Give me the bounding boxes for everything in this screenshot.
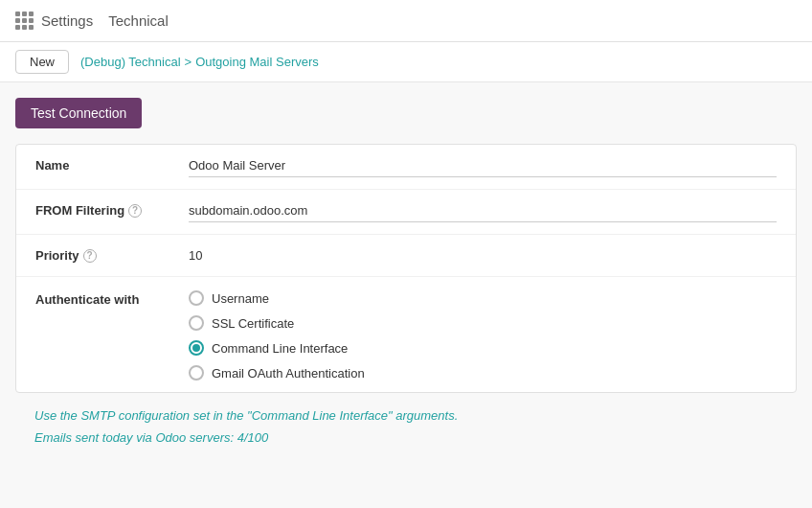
test-connection-button[interactable]: Test Connection bbox=[15, 98, 142, 128]
from-filtering-row: FROM Filtering ? subdomain.odoo.com bbox=[16, 190, 796, 235]
auth-ssl-label: SSL Certificate bbox=[212, 316, 294, 331]
priority-row: Priority ? 10 bbox=[16, 235, 796, 277]
technical-nav-item[interactable]: Technical bbox=[108, 12, 169, 29]
auth-option-ssl[interactable]: SSL Certificate bbox=[189, 315, 777, 331]
priority-value: 10 bbox=[189, 246, 777, 263]
name-value: Odoo Mail Server bbox=[189, 156, 777, 177]
new-button[interactable]: New bbox=[15, 50, 69, 74]
breadcrumb-debug[interactable]: (Debug) Technical bbox=[80, 55, 181, 69]
auth-radio-group: Username SSL Certificate Command Line In… bbox=[189, 290, 777, 381]
info-section: Use the SMTP configuration set in the "C… bbox=[15, 393, 797, 460]
sub-nav: New (Debug) Technical > Outgoing Mail Se… bbox=[0, 42, 812, 82]
authenticate-label: Authenticate with bbox=[35, 290, 189, 307]
email-quota: Emails sent today via Odoo servers: 4/10… bbox=[34, 430, 778, 445]
radio-username[interactable] bbox=[189, 290, 204, 306]
auth-cli-label: Command Line Interface bbox=[212, 341, 348, 356]
from-filtering-value: subdomain.odoo.com bbox=[189, 201, 777, 222]
authenticate-row: Authenticate with Username SSL Certifica… bbox=[16, 277, 796, 392]
priority-help-icon[interactable]: ? bbox=[83, 249, 97, 263]
radio-ssl[interactable] bbox=[189, 315, 204, 331]
from-filtering-label: FROM Filtering ? bbox=[35, 201, 189, 218]
priority-label: Priority ? bbox=[35, 246, 189, 263]
form-card: Name Odoo Mail Server FROM Filtering ? s… bbox=[15, 144, 797, 393]
radio-gmail[interactable] bbox=[189, 365, 204, 381]
settings-nav-item[interactable]: Settings bbox=[41, 12, 93, 29]
main-content: Test Connection Name Odoo Mail Server FR… bbox=[0, 82, 812, 475]
name-label: Name bbox=[35, 156, 189, 173]
radio-cli[interactable] bbox=[189, 340, 204, 356]
auth-username-label: Username bbox=[212, 291, 269, 306]
top-bar: Settings Technical bbox=[0, 0, 812, 42]
breadcrumb: (Debug) Technical > Outgoing Mail Server… bbox=[80, 55, 319, 69]
auth-option-gmail[interactable]: Gmail OAuth Authentication bbox=[189, 365, 777, 381]
auth-gmail-label: Gmail OAuth Authentication bbox=[212, 366, 365, 381]
from-filtering-help-icon[interactable]: ? bbox=[128, 204, 142, 218]
apps-icon[interactable] bbox=[15, 12, 34, 30]
breadcrumb-current: Outgoing Mail Servers bbox=[195, 55, 319, 69]
auth-option-username[interactable]: Username bbox=[189, 290, 777, 306]
name-row: Name Odoo Mail Server bbox=[16, 145, 796, 190]
smtp-note: Use the SMTP configuration set in the "C… bbox=[34, 408, 778, 423]
breadcrumb-separator: > bbox=[185, 55, 192, 69]
auth-option-cli[interactable]: Command Line Interface bbox=[189, 340, 777, 356]
